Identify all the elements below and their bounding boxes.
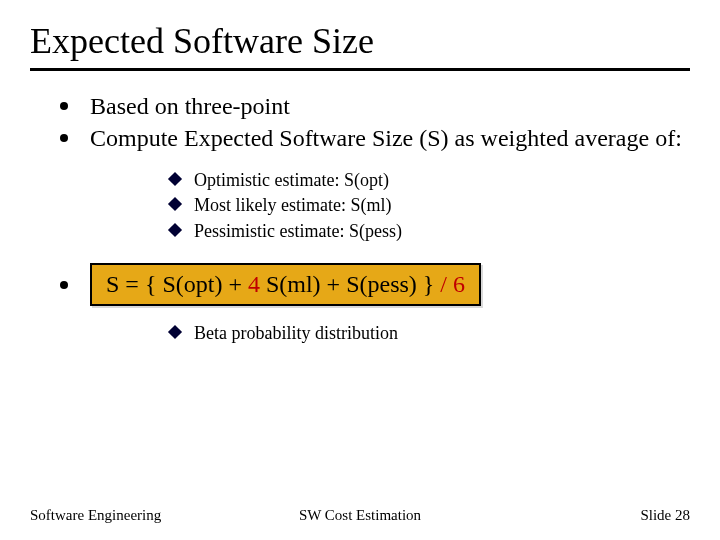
formula-row: S = { S(opt) + 4 S(ml) + S(pess) } / 6	[60, 263, 690, 306]
main-bullets: Based on three-point Compute Expected So…	[60, 91, 690, 153]
sub-bullet-item: Beta probability distribution	[170, 322, 690, 345]
sub-bullet-item: Pessimistic estimate: S(pess)	[170, 220, 690, 243]
formula-highlight: / 6	[440, 271, 465, 297]
formula-part: S = { S(opt) +	[106, 271, 248, 297]
sub-bullet-item: Most likely estimate: S(ml)	[170, 194, 690, 217]
bullet-item: Based on three-point	[60, 91, 690, 121]
slide-title: Expected Software Size	[30, 20, 690, 62]
sub-bullets-estimates: Optimistic estimate: S(opt) Most likely …	[170, 169, 690, 243]
formula-box: S = { S(opt) + 4 S(ml) + S(pess) } / 6	[90, 263, 481, 306]
formula-part: S(ml) + S(pess) }	[260, 271, 440, 297]
footer-right: Slide 28	[640, 507, 690, 524]
sub-bullet-item: Optimistic estimate: S(opt)	[170, 169, 690, 192]
title-rule	[30, 68, 690, 71]
sub-bullets-distribution: Beta probability distribution	[170, 322, 690, 345]
formula-highlight: 4	[248, 271, 260, 297]
bullet-dot-icon	[60, 281, 68, 289]
slide: Expected Software Size Based on three-po…	[0, 0, 720, 540]
slide-footer: Software Engineering SW Cost Estimation …	[30, 507, 690, 524]
footer-left: Software Engineering	[30, 507, 161, 524]
bullet-item: Compute Expected Software Size (S) as we…	[60, 123, 690, 153]
